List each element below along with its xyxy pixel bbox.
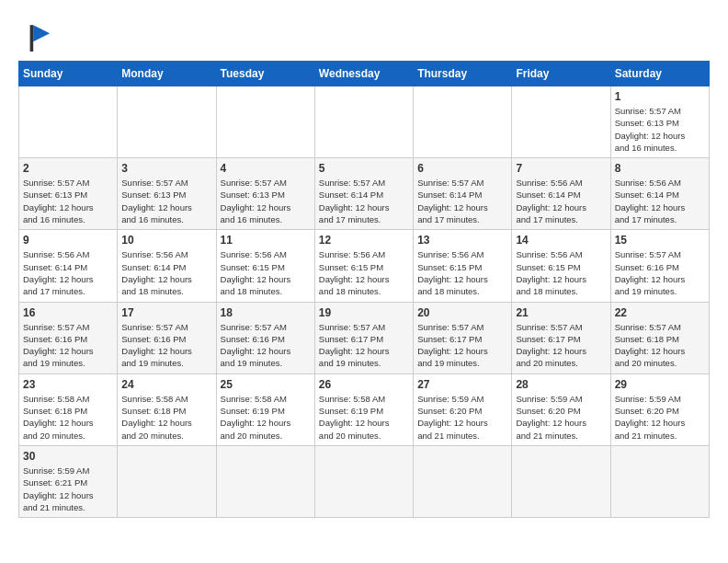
day-number: 9 (23, 234, 113, 247)
calendar-week-row: 16Sunrise: 5:57 AM Sunset: 6:16 PM Dayli… (19, 302, 710, 373)
calendar-day-cell: 18Sunrise: 5:57 AM Sunset: 6:16 PM Dayli… (216, 302, 314, 373)
calendar-day-cell (314, 86, 413, 158)
day-info: Sunrise: 5:59 AM Sunset: 6:20 PM Dayligh… (615, 393, 705, 442)
calendar-day-cell (19, 86, 118, 158)
day-info: Sunrise: 5:59 AM Sunset: 6:20 PM Dayligh… (417, 393, 507, 442)
calendar-day-cell: 29Sunrise: 5:59 AM Sunset: 6:20 PM Dayli… (610, 373, 709, 445)
calendar-day-cell: 12Sunrise: 5:56 AM Sunset: 6:15 PM Dayli… (314, 230, 413, 302)
day-info: Sunrise: 5:56 AM Sunset: 6:15 PM Dayligh… (221, 248, 311, 297)
calendar-week-row: 2Sunrise: 5:57 AM Sunset: 6:13 PM Daylig… (19, 158, 710, 230)
calendar-day-cell (414, 445, 512, 517)
calendar-day-cell (216, 445, 314, 517)
calendar-day-cell: 16Sunrise: 5:57 AM Sunset: 6:16 PM Dayli… (19, 302, 118, 373)
weekday-header-saturday: Saturday (610, 62, 709, 86)
weekday-header-thursday: Thursday (414, 62, 512, 86)
day-number: 15 (615, 234, 705, 247)
calendar-day-cell: 25Sunrise: 5:58 AM Sunset: 6:19 PM Dayli… (216, 373, 314, 445)
calendar-table: SundayMondayTuesdayWednesdayThursdayFrid… (18, 61, 710, 518)
calendar-day-cell (118, 445, 216, 517)
day-info: Sunrise: 5:58 AM Sunset: 6:19 PM Dayligh… (221, 393, 311, 442)
day-info: Sunrise: 5:57 AM Sunset: 6:14 PM Dayligh… (417, 177, 507, 225)
day-info: Sunrise: 5:56 AM Sunset: 6:14 PM Dayligh… (516, 177, 606, 225)
day-info: Sunrise: 5:56 AM Sunset: 6:14 PM Dayligh… (121, 248, 211, 297)
day-number: 16 (23, 306, 113, 319)
day-info: Sunrise: 5:58 AM Sunset: 6:18 PM Dayligh… (23, 393, 113, 442)
calendar-week-row: 23Sunrise: 5:58 AM Sunset: 6:18 PM Dayli… (19, 373, 710, 445)
calendar-day-cell: 7Sunrise: 5:56 AM Sunset: 6:14 PM Daylig… (512, 158, 610, 230)
day-number: 1 (615, 90, 705, 103)
calendar-day-cell: 17Sunrise: 5:57 AM Sunset: 6:16 PM Dayli… (118, 302, 216, 373)
day-number: 22 (615, 306, 705, 319)
calendar-day-cell: 8Sunrise: 5:56 AM Sunset: 6:14 PM Daylig… (610, 158, 709, 230)
logo-icon (18, 18, 51, 52)
day-info: Sunrise: 5:59 AM Sunset: 6:20 PM Dayligh… (516, 393, 606, 442)
weekday-header-friday: Friday (512, 62, 610, 86)
day-number: 23 (23, 378, 113, 391)
day-info: Sunrise: 5:57 AM Sunset: 6:14 PM Dayligh… (319, 177, 409, 225)
calendar-day-cell: 19Sunrise: 5:57 AM Sunset: 6:17 PM Dayli… (314, 302, 413, 373)
calendar-day-cell (610, 445, 709, 517)
calendar-day-cell (512, 86, 610, 158)
calendar-day-cell: 26Sunrise: 5:58 AM Sunset: 6:19 PM Dayli… (314, 373, 413, 445)
calendar-day-cell: 22Sunrise: 5:57 AM Sunset: 6:18 PM Dayli… (610, 302, 709, 373)
calendar-day-cell: 4Sunrise: 5:57 AM Sunset: 6:13 PM Daylig… (216, 158, 314, 230)
weekday-header-wednesday: Wednesday (314, 62, 413, 86)
calendar-day-cell: 6Sunrise: 5:57 AM Sunset: 6:14 PM Daylig… (414, 158, 512, 230)
day-info: Sunrise: 5:57 AM Sunset: 6:17 PM Dayligh… (319, 321, 409, 370)
calendar-day-cell: 21Sunrise: 5:57 AM Sunset: 6:17 PM Dayli… (512, 302, 610, 373)
calendar-day-cell: 24Sunrise: 5:58 AM Sunset: 6:18 PM Dayli… (118, 373, 216, 445)
calendar-week-row: 30Sunrise: 5:59 AM Sunset: 6:21 PM Dayli… (19, 445, 710, 517)
day-number: 24 (121, 378, 211, 391)
day-info: Sunrise: 5:56 AM Sunset: 6:15 PM Dayligh… (417, 248, 507, 297)
calendar-day-cell: 28Sunrise: 5:59 AM Sunset: 6:20 PM Dayli… (512, 373, 610, 445)
day-info: Sunrise: 5:57 AM Sunset: 6:17 PM Dayligh… (516, 321, 606, 370)
calendar-day-cell (216, 86, 314, 158)
day-number: 14 (516, 234, 606, 247)
day-number: 27 (417, 378, 507, 391)
calendar-week-row: 9Sunrise: 5:56 AM Sunset: 6:14 PM Daylig… (19, 230, 710, 302)
day-number: 8 (615, 162, 705, 175)
day-info: Sunrise: 5:56 AM Sunset: 6:15 PM Dayligh… (319, 248, 409, 297)
day-number: 4 (221, 162, 311, 175)
day-info: Sunrise: 5:57 AM Sunset: 6:16 PM Dayligh… (121, 321, 211, 370)
calendar-day-cell: 10Sunrise: 5:56 AM Sunset: 6:14 PM Dayli… (118, 230, 216, 302)
calendar-day-cell (512, 445, 610, 517)
calendar-day-cell: 13Sunrise: 5:56 AM Sunset: 6:15 PM Dayli… (414, 230, 512, 302)
day-number: 5 (319, 162, 409, 175)
calendar-day-cell: 20Sunrise: 5:57 AM Sunset: 6:17 PM Dayli… (414, 302, 512, 373)
weekday-header-tuesday: Tuesday (216, 62, 314, 86)
day-number: 10 (121, 234, 211, 247)
day-info: Sunrise: 5:58 AM Sunset: 6:18 PM Dayligh… (121, 393, 211, 442)
day-number: 2 (23, 162, 113, 175)
day-number: 19 (319, 306, 409, 319)
day-number: 11 (221, 234, 311, 247)
calendar-day-cell (314, 445, 413, 517)
day-info: Sunrise: 5:58 AM Sunset: 6:19 PM Dayligh… (319, 393, 409, 442)
day-info: Sunrise: 5:56 AM Sunset: 6:15 PM Dayligh… (516, 248, 606, 297)
calendar-day-cell: 3Sunrise: 5:57 AM Sunset: 6:13 PM Daylig… (118, 158, 216, 230)
calendar-day-cell: 11Sunrise: 5:56 AM Sunset: 6:15 PM Dayli… (216, 230, 314, 302)
day-number: 12 (319, 234, 409, 247)
calendar-day-cell (118, 86, 216, 158)
calendar-day-cell: 23Sunrise: 5:58 AM Sunset: 6:18 PM Dayli… (19, 373, 118, 445)
calendar-day-cell: 2Sunrise: 5:57 AM Sunset: 6:13 PM Daylig… (19, 158, 118, 230)
calendar-day-cell (414, 86, 512, 158)
day-info: Sunrise: 5:57 AM Sunset: 6:13 PM Dayligh… (615, 105, 705, 154)
day-number: 21 (516, 306, 606, 319)
weekday-header-sunday: Sunday (19, 62, 118, 86)
day-number: 29 (615, 378, 705, 391)
day-info: Sunrise: 5:57 AM Sunset: 6:16 PM Dayligh… (23, 321, 113, 370)
logo (18, 18, 55, 52)
calendar-day-cell: 5Sunrise: 5:57 AM Sunset: 6:14 PM Daylig… (314, 158, 413, 230)
day-number: 30 (23, 450, 113, 463)
calendar-day-cell: 14Sunrise: 5:56 AM Sunset: 6:15 PM Dayli… (512, 230, 610, 302)
weekday-header-row: SundayMondayTuesdayWednesdayThursdayFrid… (19, 62, 710, 86)
day-info: Sunrise: 5:57 AM Sunset: 6:18 PM Dayligh… (615, 321, 705, 370)
day-info: Sunrise: 5:59 AM Sunset: 6:21 PM Dayligh… (23, 465, 113, 513)
calendar-day-cell: 1Sunrise: 5:57 AM Sunset: 6:13 PM Daylig… (610, 86, 709, 158)
day-info: Sunrise: 5:57 AM Sunset: 6:17 PM Dayligh… (417, 321, 507, 370)
day-number: 13 (417, 234, 507, 247)
svg-rect-2 (30, 25, 34, 52)
day-number: 17 (121, 306, 211, 319)
day-number: 25 (221, 378, 311, 391)
